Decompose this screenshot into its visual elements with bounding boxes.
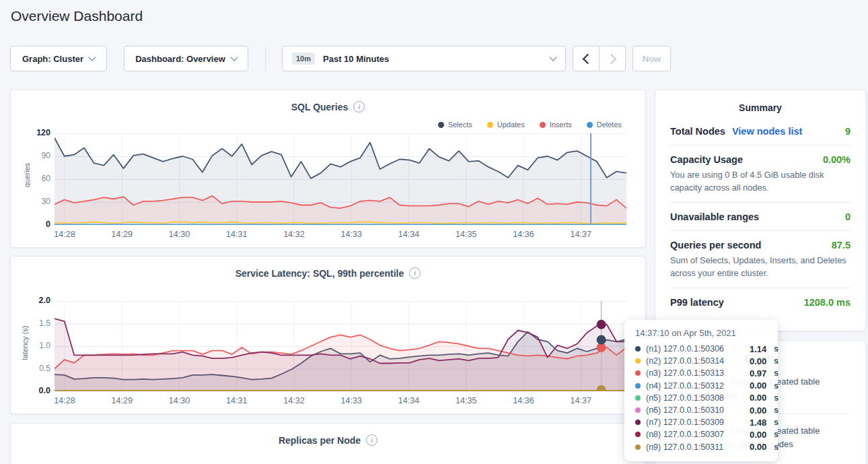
summary-row-head: Unavailable ranges0 <box>670 211 851 222</box>
legend-label: Updates <box>497 121 525 129</box>
node-address: (n6) 127.0.0.1:50310 <box>646 405 744 415</box>
legend-label: Selects <box>448 121 472 129</box>
node-address: (n7) 127.0.0.1:50309 <box>646 418 744 427</box>
chevron-down-icon <box>88 53 96 61</box>
replicas-per-node-title: Replicas per Node <box>279 435 361 446</box>
x-tick-label: 14:36 <box>508 230 539 239</box>
dashboard-label: Dashboard: Overview <box>135 54 225 64</box>
chart-title: SQL Queries i <box>11 101 645 112</box>
node-color-dot <box>635 407 641 413</box>
summary-row-head: Queries per second87.5 <box>670 240 851 251</box>
x-tick-label: 14:35 <box>451 230 482 239</box>
legend-item-inserts[interactable]: Inserts <box>540 121 572 129</box>
summary-label: Total Nodes <box>670 126 725 137</box>
service-latency-panel: Service Latency: SQL, 99th percentile i … <box>10 256 646 414</box>
x-tick-label: 14:28 <box>49 396 80 405</box>
node-address: (n9) 127.0.0.1:50311 <box>646 442 744 452</box>
replicas-per-node-panel: Replicas per Node i <box>10 423 646 464</box>
graph-scope-dropdown[interactable]: Graph: Cluster <box>10 46 107 71</box>
sql-queries-panel: SQL Queries i SelectsUpdatesInsertsDelet… <box>10 90 646 248</box>
x-tick-label: 14:34 <box>393 396 424 405</box>
summary-description: Sum of Selects, Updates, Inserts, and De… <box>670 255 851 279</box>
dashboard-dropdown[interactable]: Dashboard: Overview <box>124 46 248 71</box>
node-latency-value: 0.00 <box>750 380 766 391</box>
node-latency-value: 1.14 <box>750 344 766 354</box>
y-tick-label: 0 <box>24 220 50 229</box>
node-latency-unit: s <box>774 368 779 378</box>
chevron-right-icon <box>606 53 616 64</box>
tooltip-node-row: (n7) 127.0.0.1:503091.48s <box>635 416 767 428</box>
summary-row: Queries per second87.5Sum of Selects, Up… <box>670 231 851 288</box>
chevron-down-icon <box>549 53 556 61</box>
x-tick-label: 14:37 <box>565 396 596 405</box>
graph-scope-label: Graph: Cluster <box>22 54 83 64</box>
legend-item-updates[interactable]: Updates <box>487 121 525 129</box>
service-latency-title: Service Latency: SQL, 99th percentile <box>236 268 404 279</box>
legend-dot <box>438 122 444 128</box>
info-icon[interactable]: i <box>409 267 421 279</box>
view-nodes-list-link[interactable]: View nodes list <box>732 126 803 137</box>
x-tick-label: 14:32 <box>279 396 310 405</box>
summary-value: 0.00% <box>823 154 851 165</box>
info-icon[interactable]: i <box>366 434 377 446</box>
x-tick-label: 14:29 <box>106 396 137 405</box>
node-color-dot <box>635 358 641 364</box>
node-latency-value: 0.97 <box>750 368 766 378</box>
sql-queries-title: SQL Queries <box>291 102 349 112</box>
legend-item-selects[interactable]: Selects <box>438 121 472 129</box>
summary-label: P99 latency <box>670 297 724 308</box>
summary-value: 1208.0 ms <box>804 297 851 308</box>
summary-label: Queries per second <box>670 240 761 251</box>
y-tick-label: 2.0 <box>24 296 50 305</box>
node-address: (n2) 127.0.0.1:50314 <box>646 356 744 366</box>
legend-label: Deletes <box>597 121 622 129</box>
chart-lat-svg[interactable] <box>55 301 626 391</box>
time-range-picker[interactable]: 10m Past 10 Minutes <box>282 46 566 71</box>
node-address: (n8) 127.0.0.1:50307 <box>646 430 744 439</box>
info-icon[interactable]: i <box>353 101 365 112</box>
node-address: (n3) 127.0.0.1:50313 <box>646 368 744 378</box>
tooltip-node-row: (n1) 127.0.0.1:503061.14s <box>635 343 767 355</box>
tooltip-node-row: (n2) 127.0.0.1:503140.00s <box>635 355 767 367</box>
toolbar-divider <box>265 46 266 71</box>
tooltip-node-row: (n6) 127.0.0.1:503100.00s <box>635 404 767 416</box>
summary-row-head: Capacity Usage0.00% <box>670 154 851 165</box>
node-latency-unit: s <box>774 344 779 354</box>
y-tick-label: 1.0 <box>24 341 50 350</box>
tooltip-timestamp: 14:37:10 on Apr 5th, 2021 <box>635 328 767 338</box>
chevron-left-icon <box>582 53 593 64</box>
legend-dot <box>540 122 546 128</box>
summary-row: Unavailable ranges0 <box>670 203 851 231</box>
node-latency-value: 0.00 <box>750 442 766 452</box>
node-color-dot <box>635 383 641 389</box>
node-color-dot <box>635 346 641 352</box>
x-tick-label: 14:34 <box>393 230 424 239</box>
node-latency-unit: s <box>774 393 779 403</box>
chart-title: Service Latency: SQL, 99th percentile i <box>11 267 645 279</box>
summary-row: Capacity Usage0.00%You are using 0 B of … <box>670 145 851 203</box>
chart-title: Replicas per Node i <box>11 434 645 446</box>
legend-item-deletes[interactable]: Deletes <box>587 121 622 129</box>
legend-dot <box>487 122 493 128</box>
x-tick-label: 14:30 <box>164 230 194 239</box>
x-tick-label: 14:35 <box>451 396 482 405</box>
legend-dot <box>587 122 593 128</box>
x-tick-label: 14:33 <box>336 230 367 239</box>
x-tick-label: 14:32 <box>279 230 310 239</box>
summary-panel: Summary Total NodesView nodes list9Capac… <box>655 90 866 331</box>
time-prev-button[interactable] <box>573 46 600 71</box>
tooltip-node-row: (n5) 127.0.0.1:503080.00s <box>635 392 767 404</box>
summary-row-head: Total NodesView nodes list9 <box>670 126 851 137</box>
node-address: (n5) 127.0.0.1:50308 <box>646 393 744 403</box>
y-tick-label: 1.5 <box>24 319 50 328</box>
node-latency-unit: s <box>774 381 779 391</box>
chart-sql-svg[interactable] <box>55 133 626 225</box>
time-next-button[interactable] <box>599 46 626 71</box>
x-tick-label: 14:29 <box>106 230 137 239</box>
x-tick-label: 14:36 <box>508 396 539 405</box>
time-now-button[interactable]: Now <box>632 46 671 71</box>
summary-title: Summary <box>670 90 851 113</box>
x-tick-label: 14:28 <box>49 230 80 239</box>
summary-value: 0 <box>845 211 851 222</box>
summary-row: Total NodesView nodes list9 <box>670 117 851 145</box>
